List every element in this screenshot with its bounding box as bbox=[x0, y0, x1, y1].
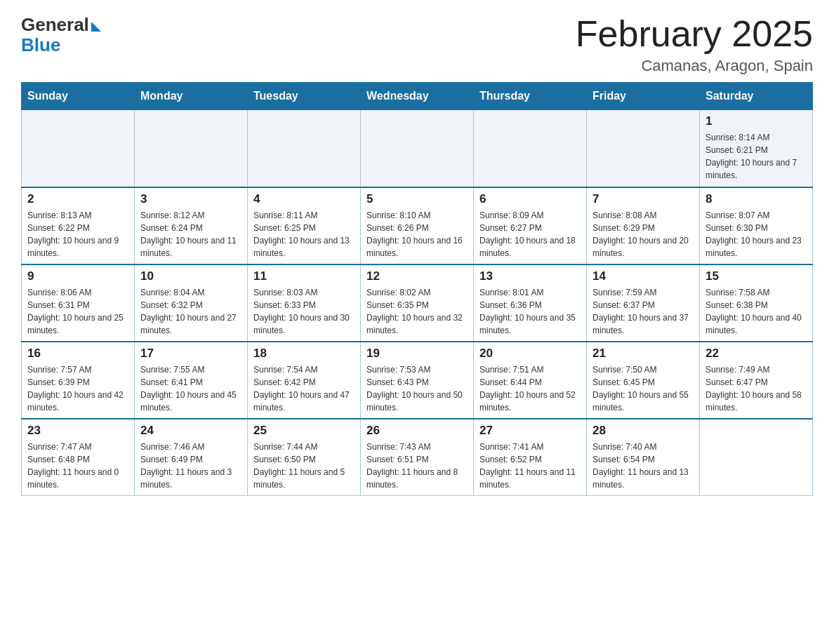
day-info: Sunrise: 8:01 AMSunset: 6:36 PMDaylight:… bbox=[479, 286, 581, 337]
calendar-cell: 24Sunrise: 7:46 AMSunset: 6:49 PMDayligh… bbox=[135, 419, 248, 496]
day-info: Sunrise: 8:03 AMSunset: 6:33 PMDaylight:… bbox=[253, 286, 355, 337]
day-info: Sunrise: 7:46 AMSunset: 6:49 PMDaylight:… bbox=[140, 441, 241, 491]
calendar-week-row: 1Sunrise: 8:14 AMSunset: 6:21 PMDaylight… bbox=[22, 110, 813, 187]
day-info: Sunrise: 7:59 AMSunset: 6:37 PMDaylight:… bbox=[593, 286, 694, 337]
day-number: 23 bbox=[27, 424, 128, 438]
calendar-cell: 6Sunrise: 8:09 AMSunset: 6:27 PMDaylight… bbox=[474, 187, 587, 264]
calendar-cell bbox=[474, 110, 587, 187]
day-info: Sunrise: 8:04 AMSunset: 6:32 PMDaylight:… bbox=[140, 286, 241, 337]
day-number: 22 bbox=[706, 347, 807, 361]
weekday-header-row: SundayMondayTuesdayWednesdayThursdayFrid… bbox=[22, 83, 813, 110]
day-number: 27 bbox=[479, 424, 581, 438]
day-number: 13 bbox=[479, 269, 581, 283]
day-info: Sunrise: 7:54 AMSunset: 6:42 PMDaylight:… bbox=[253, 363, 355, 414]
calendar-cell bbox=[248, 110, 361, 187]
calendar-cell: 22Sunrise: 7:49 AMSunset: 6:47 PMDayligh… bbox=[700, 342, 813, 419]
day-info: Sunrise: 7:51 AMSunset: 6:44 PMDaylight:… bbox=[479, 363, 581, 414]
calendar-week-row: 16Sunrise: 7:57 AMSunset: 6:39 PMDayligh… bbox=[22, 342, 813, 419]
calendar-cell: 18Sunrise: 7:54 AMSunset: 6:42 PMDayligh… bbox=[248, 342, 361, 419]
day-number: 28 bbox=[593, 424, 694, 438]
calendar-cell: 27Sunrise: 7:41 AMSunset: 6:52 PMDayligh… bbox=[474, 419, 587, 496]
day-number: 24 bbox=[140, 424, 241, 438]
day-number: 25 bbox=[253, 424, 355, 438]
day-number: 26 bbox=[366, 424, 468, 438]
weekday-header-thursday: Thursday bbox=[474, 83, 587, 110]
day-number: 16 bbox=[27, 347, 128, 361]
calendar-cell: 26Sunrise: 7:43 AMSunset: 6:51 PMDayligh… bbox=[361, 419, 474, 496]
calendar-cell: 12Sunrise: 8:02 AMSunset: 6:35 PMDayligh… bbox=[361, 264, 474, 342]
calendar-cell: 2Sunrise: 8:13 AMSunset: 6:22 PMDaylight… bbox=[22, 187, 135, 264]
day-info: Sunrise: 7:58 AMSunset: 6:38 PMDaylight:… bbox=[706, 286, 807, 337]
day-info: Sunrise: 8:08 AMSunset: 6:29 PMDaylight:… bbox=[593, 209, 694, 260]
day-number: 21 bbox=[593, 347, 694, 361]
calendar-cell bbox=[135, 110, 248, 187]
weekday-header-tuesday: Tuesday bbox=[248, 83, 361, 110]
calendar-cell: 16Sunrise: 7:57 AMSunset: 6:39 PMDayligh… bbox=[22, 342, 135, 419]
day-number: 2 bbox=[27, 192, 128, 206]
calendar-cell: 5Sunrise: 8:10 AMSunset: 6:26 PMDaylight… bbox=[361, 187, 474, 264]
calendar-cell: 8Sunrise: 8:07 AMSunset: 6:30 PMDaylight… bbox=[700, 187, 813, 264]
calendar-cell: 13Sunrise: 8:01 AMSunset: 6:36 PMDayligh… bbox=[474, 264, 587, 342]
weekday-header-wednesday: Wednesday bbox=[361, 83, 474, 110]
calendar-cell: 17Sunrise: 7:55 AMSunset: 6:41 PMDayligh… bbox=[135, 342, 248, 419]
calendar-cell: 9Sunrise: 8:06 AMSunset: 6:31 PMDaylight… bbox=[22, 264, 135, 342]
calendar-cell: 3Sunrise: 8:12 AMSunset: 6:24 PMDaylight… bbox=[135, 187, 248, 264]
day-info: Sunrise: 7:40 AMSunset: 6:54 PMDaylight:… bbox=[593, 441, 694, 491]
day-info: Sunrise: 7:49 AMSunset: 6:47 PMDaylight:… bbox=[706, 363, 807, 414]
day-info: Sunrise: 7:53 AMSunset: 6:43 PMDaylight:… bbox=[366, 363, 468, 414]
day-info: Sunrise: 7:41 AMSunset: 6:52 PMDaylight:… bbox=[479, 441, 581, 491]
day-info: Sunrise: 7:57 AMSunset: 6:39 PMDaylight:… bbox=[27, 363, 128, 414]
day-info: Sunrise: 7:47 AMSunset: 6:48 PMDaylight:… bbox=[27, 441, 128, 491]
day-info: Sunrise: 7:44 AMSunset: 6:50 PMDaylight:… bbox=[253, 441, 355, 491]
day-info: Sunrise: 8:14 AMSunset: 6:21 PMDaylight:… bbox=[706, 131, 807, 182]
day-info: Sunrise: 8:10 AMSunset: 6:26 PMDaylight:… bbox=[366, 209, 468, 260]
day-number: 3 bbox=[140, 192, 241, 206]
day-info: Sunrise: 8:09 AMSunset: 6:27 PMDaylight:… bbox=[479, 209, 581, 260]
day-info: Sunrise: 8:13 AMSunset: 6:22 PMDaylight:… bbox=[27, 209, 128, 260]
calendar-cell: 1Sunrise: 8:14 AMSunset: 6:21 PMDaylight… bbox=[700, 110, 813, 187]
calendar-cell: 23Sunrise: 7:47 AMSunset: 6:48 PMDayligh… bbox=[22, 419, 135, 496]
calendar-cell bbox=[361, 110, 474, 187]
day-number: 8 bbox=[706, 192, 807, 206]
calendar-cell bbox=[700, 419, 813, 496]
calendar-cell: 19Sunrise: 7:53 AMSunset: 6:43 PMDayligh… bbox=[361, 342, 474, 419]
day-number: 14 bbox=[593, 269, 694, 283]
day-number: 20 bbox=[479, 347, 581, 361]
logo-blue-text: Blue bbox=[21, 34, 60, 56]
logo-general-text: General bbox=[21, 14, 89, 36]
weekday-header-sunday: Sunday bbox=[22, 83, 135, 110]
calendar-cell: 28Sunrise: 7:40 AMSunset: 6:54 PMDayligh… bbox=[587, 419, 700, 496]
calendar-cell bbox=[22, 110, 135, 187]
calendar-week-row: 2Sunrise: 8:13 AMSunset: 6:22 PMDaylight… bbox=[22, 187, 813, 264]
calendar-cell: 21Sunrise: 7:50 AMSunset: 6:45 PMDayligh… bbox=[587, 342, 700, 419]
day-number: 9 bbox=[27, 269, 128, 283]
calendar-week-row: 23Sunrise: 7:47 AMSunset: 6:48 PMDayligh… bbox=[22, 419, 813, 496]
calendar-cell: 10Sunrise: 8:04 AMSunset: 6:32 PMDayligh… bbox=[135, 264, 248, 342]
calendar-cell: 25Sunrise: 7:44 AMSunset: 6:50 PMDayligh… bbox=[248, 419, 361, 496]
calendar-cell bbox=[587, 110, 700, 187]
calendar-cell: 7Sunrise: 8:08 AMSunset: 6:29 PMDaylight… bbox=[587, 187, 700, 264]
day-info: Sunrise: 8:12 AMSunset: 6:24 PMDaylight:… bbox=[140, 209, 241, 260]
day-number: 11 bbox=[253, 269, 355, 283]
calendar-cell: 11Sunrise: 8:03 AMSunset: 6:33 PMDayligh… bbox=[248, 264, 361, 342]
page-header: General Blue February 2025 Camanas, Arag… bbox=[21, 14, 813, 75]
day-info: Sunrise: 7:55 AMSunset: 6:41 PMDaylight:… bbox=[140, 363, 241, 414]
calendar-cell: 4Sunrise: 8:11 AMSunset: 6:25 PMDaylight… bbox=[248, 187, 361, 264]
calendar-cell: 14Sunrise: 7:59 AMSunset: 6:37 PMDayligh… bbox=[587, 264, 700, 342]
day-info: Sunrise: 8:02 AMSunset: 6:35 PMDaylight:… bbox=[366, 286, 468, 337]
day-info: Sunrise: 7:50 AMSunset: 6:45 PMDaylight:… bbox=[593, 363, 694, 414]
calendar-table: SundayMondayTuesdayWednesdayThursdayFrid… bbox=[21, 82, 813, 496]
logo: General Blue bbox=[21, 14, 101, 56]
day-info: Sunrise: 8:06 AMSunset: 6:31 PMDaylight:… bbox=[27, 286, 128, 337]
day-number: 6 bbox=[479, 192, 581, 206]
weekday-header-friday: Friday bbox=[587, 83, 700, 110]
day-number: 4 bbox=[253, 192, 355, 206]
weekday-header-saturday: Saturday bbox=[700, 83, 813, 110]
calendar-subtitle: Camanas, Aragon, Spain bbox=[576, 57, 813, 75]
day-number: 17 bbox=[140, 347, 241, 361]
title-block: February 2025 Camanas, Aragon, Spain bbox=[576, 14, 813, 75]
day-number: 7 bbox=[593, 192, 694, 206]
day-info: Sunrise: 7:43 AMSunset: 6:51 PMDaylight:… bbox=[366, 441, 468, 491]
day-number: 19 bbox=[366, 347, 468, 361]
calendar-title: February 2025 bbox=[576, 14, 813, 54]
